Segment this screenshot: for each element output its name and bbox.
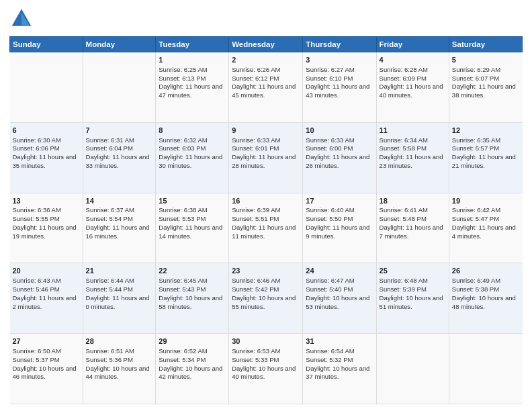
calendar-cell: 6Sunrise: 6:30 AM Sunset: 6:06 PM Daylig… xyxy=(10,122,83,193)
calendar-cell: 21Sunrise: 6:44 AM Sunset: 5:44 PM Dayli… xyxy=(83,263,156,334)
day-info: Sunrise: 6:49 AM Sunset: 5:38 PM Dayligh… xyxy=(452,277,518,310)
day-info: Sunrise: 6:31 AM Sunset: 6:04 PM Dayligh… xyxy=(86,136,152,169)
day-number: 25 xyxy=(380,266,446,276)
header-row: Sunday Monday Tuesday Wednesday Thursday… xyxy=(10,37,523,52)
calendar-cell: 26Sunrise: 6:49 AM Sunset: 5:38 PM Dayli… xyxy=(449,263,522,334)
calendar-cell: 7Sunrise: 6:31 AM Sunset: 6:04 PM Daylig… xyxy=(83,122,156,193)
day-number: 14 xyxy=(86,196,153,206)
day-info: Sunrise: 6:52 AM Sunset: 5:34 PM Dayligh… xyxy=(159,347,224,380)
day-info: Sunrise: 6:37 AM Sunset: 5:54 PM Dayligh… xyxy=(86,206,152,239)
calendar-cell: 20Sunrise: 6:43 AM Sunset: 5:46 PM Dayli… xyxy=(10,263,83,334)
day-info: Sunrise: 6:25 AM Sunset: 6:13 PM Dayligh… xyxy=(159,66,224,99)
col-monday: Monday xyxy=(83,37,156,52)
calendar-cell: 29Sunrise: 6:52 AM Sunset: 5:34 PM Dayli… xyxy=(156,334,229,404)
day-number: 13 xyxy=(13,196,80,206)
day-number: 4 xyxy=(380,55,446,65)
day-number: 24 xyxy=(306,266,373,276)
day-number: 27 xyxy=(13,336,80,347)
day-info: Sunrise: 6:33 AM Sunset: 6:01 PM Dayligh… xyxy=(232,136,298,169)
calendar-cell: 10Sunrise: 6:33 AM Sunset: 6:00 PM Dayli… xyxy=(303,122,376,193)
calendar-cell: 19Sunrise: 6:42 AM Sunset: 5:47 PM Dayli… xyxy=(449,193,522,263)
day-number: 8 xyxy=(159,126,226,136)
week-row-3: 20Sunrise: 6:43 AM Sunset: 5:46 PM Dayli… xyxy=(10,263,523,334)
calendar-cell: 28Sunrise: 6:51 AM Sunset: 5:36 PM Dayli… xyxy=(83,334,156,404)
day-info: Sunrise: 6:29 AM Sunset: 6:07 PM Dayligh… xyxy=(452,66,518,99)
day-info: Sunrise: 6:32 AM Sunset: 6:03 PM Dayligh… xyxy=(159,136,224,169)
calendar-cell: 11Sunrise: 6:34 AM Sunset: 5:58 PM Dayli… xyxy=(376,122,449,193)
day-info: Sunrise: 6:36 AM Sunset: 5:55 PM Dayligh… xyxy=(13,206,79,239)
day-number: 29 xyxy=(159,336,226,347)
calendar-cell: 9Sunrise: 6:33 AM Sunset: 6:01 PM Daylig… xyxy=(229,122,303,193)
calendar-cell: 8Sunrise: 6:32 AM Sunset: 6:03 PM Daylig… xyxy=(156,122,229,193)
calendar-cell: 12Sunrise: 6:35 AM Sunset: 5:57 PM Dayli… xyxy=(449,122,522,193)
calendar-cell: 3Sunrise: 6:27 AM Sunset: 6:10 PM Daylig… xyxy=(303,52,376,123)
day-number: 7 xyxy=(86,126,153,136)
day-info: Sunrise: 6:50 AM Sunset: 5:37 PM Dayligh… xyxy=(13,347,79,380)
calendar-cell: 17Sunrise: 6:40 AM Sunset: 5:50 PM Dayli… xyxy=(303,193,376,263)
day-number: 26 xyxy=(452,266,520,276)
calendar-cell: 27Sunrise: 6:50 AM Sunset: 5:37 PM Dayli… xyxy=(10,334,83,404)
calendar-cell xyxy=(10,52,83,123)
day-number: 18 xyxy=(380,196,446,206)
day-number: 12 xyxy=(452,126,520,136)
day-number: 1 xyxy=(159,55,226,65)
day-number: 21 xyxy=(86,266,153,276)
day-info: Sunrise: 6:27 AM Sunset: 6:10 PM Dayligh… xyxy=(306,66,371,99)
day-number: 28 xyxy=(86,336,153,347)
calendar-cell: 18Sunrise: 6:41 AM Sunset: 5:48 PM Dayli… xyxy=(376,193,449,263)
calendar-cell xyxy=(449,334,522,404)
day-info: Sunrise: 6:44 AM Sunset: 5:44 PM Dayligh… xyxy=(86,277,152,310)
calendar-cell: 22Sunrise: 6:45 AM Sunset: 5:43 PM Dayli… xyxy=(156,263,229,334)
calendar-header: Sunday Monday Tuesday Wednesday Thursday… xyxy=(10,37,523,52)
calendar-cell: 23Sunrise: 6:46 AM Sunset: 5:42 PM Dayli… xyxy=(229,263,303,334)
week-row-1: 6Sunrise: 6:30 AM Sunset: 6:06 PM Daylig… xyxy=(10,122,523,193)
day-info: Sunrise: 6:47 AM Sunset: 5:40 PM Dayligh… xyxy=(306,277,371,310)
day-info: Sunrise: 6:30 AM Sunset: 6:06 PM Dayligh… xyxy=(13,136,79,169)
day-info: Sunrise: 6:26 AM Sunset: 6:12 PM Dayligh… xyxy=(232,66,298,99)
day-info: Sunrise: 6:48 AM Sunset: 5:39 PM Dayligh… xyxy=(380,277,445,310)
day-number: 23 xyxy=(232,266,300,276)
day-info: Sunrise: 6:46 AM Sunset: 5:42 PM Dayligh… xyxy=(232,277,298,310)
calendar-cell xyxy=(83,52,156,123)
day-info: Sunrise: 6:45 AM Sunset: 5:43 PM Dayligh… xyxy=(159,277,224,310)
day-number: 2 xyxy=(232,55,300,65)
day-number: 6 xyxy=(13,126,80,136)
day-info: Sunrise: 6:39 AM Sunset: 5:51 PM Dayligh… xyxy=(232,206,298,239)
day-info: Sunrise: 6:53 AM Sunset: 5:33 PM Dayligh… xyxy=(232,347,298,380)
day-info: Sunrise: 6:51 AM Sunset: 5:36 PM Dayligh… xyxy=(86,347,152,380)
day-info: Sunrise: 6:42 AM Sunset: 5:47 PM Dayligh… xyxy=(452,206,518,239)
calendar-body: 1Sunrise: 6:25 AM Sunset: 6:13 PM Daylig… xyxy=(10,52,523,404)
col-saturday: Saturday xyxy=(449,37,522,52)
calendar-cell: 13Sunrise: 6:36 AM Sunset: 5:55 PM Dayli… xyxy=(10,193,83,263)
day-number: 3 xyxy=(306,55,373,65)
day-number: 22 xyxy=(159,266,226,276)
calendar-cell: 31Sunrise: 6:54 AM Sunset: 5:32 PM Dayli… xyxy=(303,334,376,404)
calendar-cell: 16Sunrise: 6:39 AM Sunset: 5:51 PM Dayli… xyxy=(229,193,303,263)
day-info: Sunrise: 6:35 AM Sunset: 5:57 PM Dayligh… xyxy=(452,136,518,169)
col-friday: Friday xyxy=(376,37,449,52)
day-number: 20 xyxy=(13,266,80,276)
day-info: Sunrise: 6:33 AM Sunset: 6:00 PM Dayligh… xyxy=(306,136,371,169)
day-number: 31 xyxy=(306,336,373,347)
calendar-cell: 2Sunrise: 6:26 AM Sunset: 6:12 PM Daylig… xyxy=(229,52,303,123)
day-number: 16 xyxy=(232,196,300,206)
day-number: 15 xyxy=(159,196,226,206)
calendar-cell: 1Sunrise: 6:25 AM Sunset: 6:13 PM Daylig… xyxy=(156,52,229,123)
day-number: 11 xyxy=(380,126,446,136)
week-row-0: 1Sunrise: 6:25 AM Sunset: 6:13 PM Daylig… xyxy=(10,52,523,123)
day-info: Sunrise: 6:28 AM Sunset: 6:09 PM Dayligh… xyxy=(380,66,445,99)
header xyxy=(9,7,523,31)
day-info: Sunrise: 6:43 AM Sunset: 5:46 PM Dayligh… xyxy=(13,277,79,310)
day-info: Sunrise: 6:40 AM Sunset: 5:50 PM Dayligh… xyxy=(306,206,371,239)
calendar-cell: 24Sunrise: 6:47 AM Sunset: 5:40 PM Dayli… xyxy=(303,263,376,334)
col-wednesday: Wednesday xyxy=(229,37,303,52)
week-row-4: 27Sunrise: 6:50 AM Sunset: 5:37 PM Dayli… xyxy=(10,334,523,404)
calendar-table: Sunday Monday Tuesday Wednesday Thursday… xyxy=(9,36,523,404)
day-info: Sunrise: 6:34 AM Sunset: 5:58 PM Dayligh… xyxy=(380,136,445,169)
day-info: Sunrise: 6:38 AM Sunset: 5:53 PM Dayligh… xyxy=(159,206,224,239)
col-tuesday: Tuesday xyxy=(156,37,229,52)
col-sunday: Sunday xyxy=(10,37,83,52)
page: Sunday Monday Tuesday Wednesday Thursday… xyxy=(0,0,532,411)
calendar-cell: 15Sunrise: 6:38 AM Sunset: 5:53 PM Dayli… xyxy=(156,193,229,263)
day-number: 10 xyxy=(306,126,373,136)
